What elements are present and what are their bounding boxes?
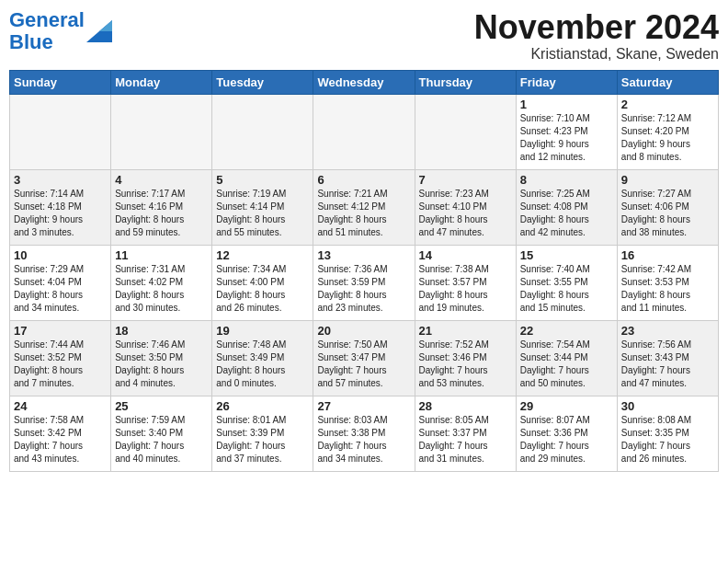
day-number: 27 [317,399,410,413]
day-number: 18 [115,324,208,338]
calendar-week-4: 17Sunrise: 7:44 AM Sunset: 3:52 PM Dayli… [10,320,719,396]
day-info: Sunrise: 7:46 AM Sunset: 3:50 PM Dayligh… [115,339,208,390]
day-info: Sunrise: 7:48 AM Sunset: 3:49 PM Dayligh… [216,339,309,390]
calendar-cell [415,94,516,169]
day-info: Sunrise: 7:56 AM Sunset: 3:43 PM Dayligh… [621,339,714,390]
col-sunday: Sunday [10,70,111,94]
calendar-week-2: 3Sunrise: 7:14 AM Sunset: 4:18 PM Daylig… [10,169,719,245]
day-info: Sunrise: 7:34 AM Sunset: 4:00 PM Dayligh… [216,263,309,315]
logo-icon [86,20,112,42]
day-number: 25 [115,399,208,413]
day-info: Sunrise: 8:07 AM Sunset: 3:36 PM Dayligh… [520,414,613,465]
day-info: Sunrise: 7:14 AM Sunset: 4:18 PM Dayligh… [14,188,107,239]
calendar-cell: 12Sunrise: 7:34 AM Sunset: 4:00 PM Dayli… [212,245,313,320]
calendar-cell: 30Sunrise: 8:08 AM Sunset: 3:35 PM Dayli… [617,396,718,471]
day-number: 2 [621,98,714,111]
calendar-cell: 23Sunrise: 7:56 AM Sunset: 3:43 PM Dayli… [617,320,718,396]
calendar-cell: 2Sunrise: 7:12 AM Sunset: 4:20 PM Daylig… [617,94,718,169]
logo: General Blue [9,9,112,53]
calendar-cell: 13Sunrise: 7:36 AM Sunset: 3:59 PM Dayli… [313,245,415,320]
day-number: 7 [419,173,512,187]
day-info: Sunrise: 7:36 AM Sunset: 3:59 PM Dayligh… [317,263,410,315]
calendar-cell [111,94,212,169]
day-info: Sunrise: 7:38 AM Sunset: 3:57 PM Dayligh… [419,263,512,315]
day-info: Sunrise: 7:40 AM Sunset: 3:55 PM Dayligh… [520,263,613,315]
calendar-cell: 24Sunrise: 7:58 AM Sunset: 3:42 PM Dayli… [10,396,111,471]
day-info: Sunrise: 7:12 AM Sunset: 4:20 PM Dayligh… [621,112,714,164]
day-info: Sunrise: 7:27 AM Sunset: 4:06 PM Dayligh… [621,188,714,239]
day-number: 24 [14,399,107,413]
day-info: Sunrise: 8:01 AM Sunset: 3:39 PM Dayligh… [216,414,309,465]
calendar-week-5: 24Sunrise: 7:58 AM Sunset: 3:42 PM Dayli… [10,396,719,471]
calendar-cell: 6Sunrise: 7:21 AM Sunset: 4:12 PM Daylig… [313,169,415,245]
col-thursday: Thursday [415,70,516,94]
day-info: Sunrise: 7:21 AM Sunset: 4:12 PM Dayligh… [317,188,410,239]
day-number: 15 [520,248,613,262]
day-number: 26 [216,399,309,413]
day-number: 6 [317,173,410,187]
col-friday: Friday [516,70,617,94]
day-info: Sunrise: 7:44 AM Sunset: 3:52 PM Dayligh… [14,339,107,390]
day-number: 20 [317,324,410,338]
day-number: 4 [115,173,208,187]
col-saturday: Saturday [617,70,718,94]
day-info: Sunrise: 8:03 AM Sunset: 3:38 PM Dayligh… [317,414,410,465]
calendar-cell: 28Sunrise: 8:05 AM Sunset: 3:37 PM Dayli… [415,396,516,471]
location-title: Kristianstad, Skane, Sweden [474,46,719,63]
day-number: 14 [419,248,512,262]
day-number: 1 [520,98,613,111]
day-number: 3 [14,173,107,187]
calendar-cell [10,94,111,169]
day-info: Sunrise: 8:08 AM Sunset: 3:35 PM Dayligh… [621,414,714,465]
calendar-cell: 1Sunrise: 7:10 AM Sunset: 4:23 PM Daylig… [516,94,617,169]
day-info: Sunrise: 7:31 AM Sunset: 4:02 PM Dayligh… [115,263,208,315]
day-info: Sunrise: 7:50 AM Sunset: 3:47 PM Dayligh… [317,339,410,390]
day-info: Sunrise: 7:25 AM Sunset: 4:08 PM Dayligh… [520,188,613,239]
day-number: 28 [419,399,512,413]
calendar-cell: 21Sunrise: 7:52 AM Sunset: 3:46 PM Dayli… [415,320,516,396]
day-number: 9 [621,173,714,187]
col-wednesday: Wednesday [313,70,415,94]
day-number: 21 [419,324,512,338]
calendar-cell: 26Sunrise: 8:01 AM Sunset: 3:39 PM Dayli… [212,396,313,471]
day-info: Sunrise: 7:19 AM Sunset: 4:14 PM Dayligh… [216,188,309,239]
calendar-cell: 9Sunrise: 7:27 AM Sunset: 4:06 PM Daylig… [617,169,718,245]
calendar-cell: 11Sunrise: 7:31 AM Sunset: 4:02 PM Dayli… [111,245,212,320]
page-header: General Blue November 2024 Kristianstad,… [9,9,719,63]
month-title: November 2024 [474,9,719,46]
day-info: Sunrise: 7:29 AM Sunset: 4:04 PM Dayligh… [14,263,107,315]
calendar-cell: 7Sunrise: 7:23 AM Sunset: 4:10 PM Daylig… [415,169,516,245]
day-info: Sunrise: 7:42 AM Sunset: 3:53 PM Dayligh… [621,263,714,315]
calendar-cell: 25Sunrise: 7:59 AM Sunset: 3:40 PM Dayli… [111,396,212,471]
col-tuesday: Tuesday [212,70,313,94]
calendar-header-row: Sunday Monday Tuesday Wednesday Thursday… [10,70,719,94]
day-number: 16 [621,248,714,262]
day-info: Sunrise: 7:59 AM Sunset: 3:40 PM Dayligh… [115,414,208,465]
calendar-cell: 4Sunrise: 7:17 AM Sunset: 4:16 PM Daylig… [111,169,212,245]
day-number: 8 [520,173,613,187]
calendar-cell: 22Sunrise: 7:54 AM Sunset: 3:44 PM Dayli… [516,320,617,396]
page-container: General Blue November 2024 Kristianstad,… [0,0,728,477]
day-number: 30 [621,399,714,413]
day-number: 5 [216,173,309,187]
calendar-cell [212,94,313,169]
calendar-cell: 19Sunrise: 7:48 AM Sunset: 3:49 PM Dayli… [212,320,313,396]
day-number: 23 [621,324,714,338]
day-info: Sunrise: 8:05 AM Sunset: 3:37 PM Dayligh… [419,414,512,465]
calendar-cell: 29Sunrise: 8:07 AM Sunset: 3:36 PM Dayli… [516,396,617,471]
day-number: 29 [520,399,613,413]
day-info: Sunrise: 7:10 AM Sunset: 4:23 PM Dayligh… [520,112,613,164]
day-info: Sunrise: 7:58 AM Sunset: 3:42 PM Dayligh… [14,414,107,465]
day-number: 10 [14,248,107,262]
col-monday: Monday [111,70,212,94]
logo-text: General Blue [9,9,85,53]
day-number: 11 [115,248,208,262]
day-number: 12 [216,248,309,262]
calendar-cell: 18Sunrise: 7:46 AM Sunset: 3:50 PM Dayli… [111,320,212,396]
day-number: 13 [317,248,410,262]
day-number: 17 [14,324,107,338]
calendar-cell: 16Sunrise: 7:42 AM Sunset: 3:53 PM Dayli… [617,245,718,320]
calendar-cell: 10Sunrise: 7:29 AM Sunset: 4:04 PM Dayli… [10,245,111,320]
calendar-week-1: 1Sunrise: 7:10 AM Sunset: 4:23 PM Daylig… [10,94,719,169]
calendar-table: Sunday Monday Tuesday Wednesday Thursday… [9,70,719,472]
